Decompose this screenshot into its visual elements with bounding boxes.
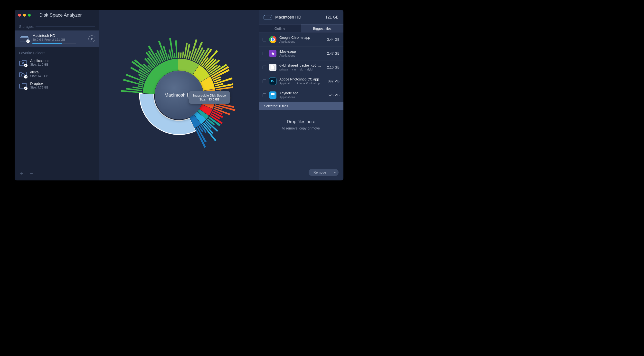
folder-size: Size: 4.79 GB xyxy=(30,86,48,89)
svg-rect-2 xyxy=(271,93,274,95)
folder-name: alexa xyxy=(30,70,48,74)
right-header: Macintosh HD 121 GB xyxy=(259,10,344,24)
right-disk-size: 121 GB xyxy=(326,15,338,20)
sidebar-footer: ＋ － xyxy=(14,166,99,181)
check-badge-icon xyxy=(26,40,30,43)
right-footer: Remove xyxy=(259,165,344,181)
file-row[interactable]: iMovie.appApplications2.47 GB xyxy=(259,47,344,61)
checkbox[interactable] xyxy=(262,38,266,42)
file-size: 2.10 GB xyxy=(327,65,340,69)
file-size: 892 MB xyxy=(328,79,340,83)
storages-label: Storages xyxy=(14,21,99,31)
titlebar: Disk Space Analyzer xyxy=(14,10,99,21)
file-path: Applications xyxy=(280,96,325,99)
storage-progress xyxy=(32,43,76,44)
tabs: Outline Biggest files xyxy=(259,24,344,33)
file-path: Applications xyxy=(280,54,324,57)
drop-area[interactable]: Drop files here to remove, copy or move xyxy=(259,110,344,165)
checkbox[interactable] xyxy=(262,93,266,97)
folder-name: Applications xyxy=(30,59,49,63)
tab-biggest-files[interactable]: Biggest files xyxy=(301,24,344,33)
chart-tooltip: Inaccesible Disk Space Size: 33.0 GB xyxy=(189,91,230,104)
folder-size: Size: 11.9 GB xyxy=(30,63,49,66)
file-row[interactable]: Google Chrome.appApplications3.44 GB xyxy=(259,33,344,47)
folder-item[interactable]: alexaSize: 14.3 GB xyxy=(14,68,99,80)
sidebar: Disk Space Analyzer Storages Macintosh H… xyxy=(14,10,100,181)
remove-button[interactable]: － xyxy=(29,170,34,177)
folder-size: Size: 14.3 GB xyxy=(30,74,48,78)
checkbox[interactable] xyxy=(262,80,266,83)
file-size: 2.47 GB xyxy=(327,52,340,55)
storage-item-macintosh-hd[interactable]: Macintosh HD 40.0 GB Free of 121 GB xyxy=(14,31,99,47)
file-name: dyld_shared_cache_x86_... xyxy=(280,63,324,67)
storage-name: Macintosh HD xyxy=(32,33,85,38)
check-badge-icon xyxy=(24,64,28,67)
file-row[interactable]: PsAdobe Photoshop CC.appApplicati... › A… xyxy=(259,74,344,88)
folder-name: Dropbox xyxy=(30,82,48,86)
folder-item[interactable]: ApplicationsSize: 11.9 GB xyxy=(14,57,99,68)
file-size: 3.44 GB xyxy=(327,38,340,42)
chevron-down-icon[interactable] xyxy=(331,169,338,176)
file-path: Applicati... › Adobe Photoshop CC xyxy=(280,82,325,85)
app-window: Disk Space Analyzer Storages Macintosh H… xyxy=(14,10,344,181)
folder-icon xyxy=(19,59,27,66)
check-badge-icon xyxy=(24,87,28,90)
svg-point-1 xyxy=(270,17,271,18)
folder-icon xyxy=(19,71,27,78)
folder-icon xyxy=(19,82,27,89)
file-path: private › var › db › dyld xyxy=(280,68,324,71)
disk-icon xyxy=(20,36,29,42)
close-icon[interactable] xyxy=(18,14,21,17)
favorites-label: Favorite Folders xyxy=(14,47,99,57)
storage-sub: 40.0 GB Free of 121 GB xyxy=(32,38,85,42)
file-name: iMovie.app xyxy=(280,50,324,53)
right-disk-name: Macintosh HD xyxy=(275,15,322,20)
file-name: Keynote.app xyxy=(280,91,325,95)
tab-outline[interactable]: Outline xyxy=(259,24,301,33)
remove-button[interactable]: Remove xyxy=(308,169,338,176)
folder-item[interactable]: DropboxSize: 4.79 GB xyxy=(14,80,99,91)
file-path: Applications xyxy=(280,40,324,43)
selected-bar: Selected: 0 files xyxy=(259,102,344,110)
file-name: Adobe Photoshop CC.app xyxy=(280,77,325,81)
file-row[interactable]: Keynote.appApplications525 MB xyxy=(259,88,344,102)
right-panel: Macintosh HD 121 GB Outline Biggest file… xyxy=(259,10,344,181)
disk-icon xyxy=(264,14,272,21)
app-title: Disk Space Analyzer xyxy=(25,13,96,18)
scan-button[interactable] xyxy=(88,35,95,42)
chart-area: Macintosh HD Inaccesible Disk Space Size… xyxy=(100,10,259,181)
file-list: Google Chrome.appApplications3.44 GBiMov… xyxy=(259,33,344,102)
file-name: Google Chrome.app xyxy=(280,36,324,40)
file-row[interactable]: dyld_shared_cache_x86_...private › var ›… xyxy=(259,61,344,74)
checkbox[interactable] xyxy=(262,66,266,69)
add-button[interactable]: ＋ xyxy=(19,170,24,177)
check-badge-icon xyxy=(24,75,28,79)
checkbox[interactable] xyxy=(262,52,266,55)
sunburst-chart[interactable]: Macintosh HD Inaccesible Disk Space Size… xyxy=(116,32,242,158)
file-size: 525 MB xyxy=(328,93,340,97)
